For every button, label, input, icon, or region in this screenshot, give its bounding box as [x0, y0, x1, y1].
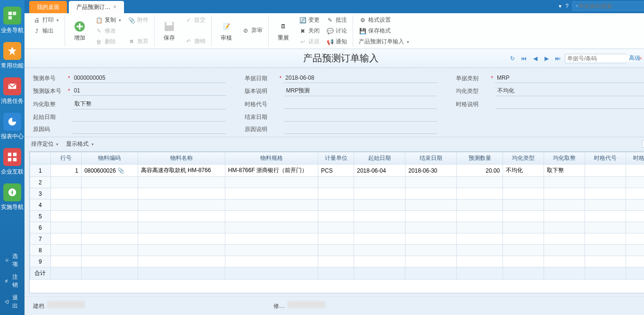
table-row[interactable]: 8 — [30, 245, 644, 256]
notify-button[interactable]: 📢通知 — [324, 37, 349, 47]
table-row[interactable]: 7 — [30, 233, 644, 245]
doc-search[interactable]: × — [565, 54, 626, 63]
copy-button[interactable]: 📋复制▾ — [93, 15, 123, 25]
sidebar-item-impl[interactable]: 实施导航 — [0, 181, 25, 216]
advanced-link[interactable]: 高级 — [629, 54, 640, 62]
col-header[interactable]: 时格代号 — [585, 152, 626, 165]
discard-button[interactable]: ✖放弃 — [126, 36, 150, 46]
svg-rect-19 — [166, 22, 173, 25]
expand-icon[interactable]: ⤢ — [642, 140, 644, 148]
submit-button[interactable]: ✓提交 — [183, 15, 207, 25]
version-desc-label: 版本说明 — [245, 87, 278, 95]
reasoncode-field[interactable] — [73, 124, 226, 134]
barcode-search-input[interactable] — [578, 3, 644, 9]
print-button[interactable]: 🖨打印▾ — [31, 15, 61, 25]
col-header[interactable]: 结束日期 — [405, 152, 457, 165]
svg-marker-3 — [8, 47, 17, 55]
audit-button[interactable]: 📝 审核 — [215, 15, 237, 47]
reasondesc-field[interactable] — [284, 124, 438, 134]
version-no-field[interactable]: 01 — [72, 86, 226, 96]
delete-button[interactable]: 🗑删除 — [93, 37, 123, 47]
chevron-down-icon[interactable]: ▾ — [559, 3, 561, 9]
export-button[interactable]: ⤴输出 — [31, 26, 61, 36]
round-field[interactable]: 取下整 — [73, 99, 226, 109]
col-header[interactable]: 起始日期 — [354, 152, 405, 165]
sidebar-exit[interactable]: 退出 — [0, 291, 25, 312]
version-desc-field[interactable]: MRP预测 — [284, 86, 438, 96]
startdate-label: 起始日期 — [33, 113, 66, 121]
refresh-icon[interactable]: ↻ — [508, 54, 517, 63]
col-header[interactable]: 物料编码 — [81, 152, 138, 165]
creator-value — [47, 301, 85, 308]
tab-desktop[interactable]: 我的桌面 — [29, 1, 67, 13]
sidebar-logout[interactable]: 注销 — [0, 271, 25, 291]
last-icon[interactable]: ⏭ — [553, 54, 562, 63]
help-icon[interactable]: ? — [565, 3, 569, 9]
sidebar-item-messages[interactable]: 消息任务 — [0, 75, 25, 110]
avg-type-field[interactable]: 不均化 — [495, 86, 644, 96]
creator-label: 建档 — [33, 303, 44, 309]
return-button[interactable]: ↩还原 — [297, 37, 322, 47]
display-format-button[interactable]: 显示格式 ▾ — [66, 140, 93, 148]
col-header[interactable]: 行号 — [50, 152, 81, 165]
sidebar-item-biznav[interactable]: 业务导航 — [0, 4, 25, 39]
annotate-button[interactable]: ✎批注 — [324, 15, 349, 25]
add-button[interactable]: 增加 — [69, 15, 91, 47]
barcode-search[interactable] — [572, 1, 644, 11]
table-row[interactable]: 9 — [30, 256, 644, 267]
reasoncode-label: 原因码 — [33, 125, 66, 133]
reshow-button[interactable]: 🗓 重展 — [272, 15, 294, 47]
undo-button[interactable]: ↶撤销 — [183, 36, 207, 46]
sidebar-options[interactable]: 选项 — [0, 250, 25, 271]
sidebar-label: 业务导航 — [0, 26, 25, 34]
svg-rect-6 — [8, 153, 11, 156]
attachment-icon[interactable]: 📎 — [117, 167, 124, 174]
doc-search-input[interactable] — [567, 55, 638, 62]
format-save-button[interactable]: 💾保存格式 — [357, 26, 411, 36]
gridcode-field[interactable] — [284, 99, 438, 109]
attach-button[interactable]: 📎附件 — [126, 15, 150, 25]
close-button[interactable]: ✖关闭 — [297, 26, 322, 36]
sidebar-item-reports[interactable]: 报表中心 — [0, 110, 25, 145]
form-header: 预测单号*0000000005 单据日期*2018-06-08 单据类别*MRP… — [25, 68, 644, 137]
first-icon[interactable]: ⏮ — [520, 54, 528, 63]
table-row[interactable]: 6 — [30, 222, 644, 233]
next-icon[interactable]: ▶ — [542, 54, 551, 63]
tab-forecast-order[interactable]: 产品预测订…× — [69, 1, 124, 13]
sort-button[interactable]: 排序定位 ▾ — [31, 140, 58, 148]
sidebar-label: 报表中心 — [0, 133, 25, 141]
order-date-field[interactable]: 2018-06-08 — [283, 74, 437, 83]
abandon-audit-button[interactable]: ⊘弃审 — [240, 25, 264, 35]
discuss-button[interactable]: 💬讨论 — [324, 26, 349, 36]
editor-value — [288, 301, 325, 308]
col-header[interactable]: 预测数量 — [457, 152, 503, 165]
col-header[interactable]: 时格 — [626, 152, 644, 165]
col-header[interactable]: 物料规格 — [225, 152, 318, 165]
edit-button[interactable]: ✎修改 — [93, 26, 123, 36]
table-row[interactable]: 110800600026 📎高容高速存取款机 HM-8766HM-8766F 浙… — [30, 165, 644, 177]
save-button[interactable]: 保存 — [158, 15, 180, 47]
startdate-field[interactable] — [73, 112, 226, 122]
col-header[interactable]: 物料名称 — [138, 152, 225, 165]
close-icon[interactable]: × — [113, 4, 116, 10]
col-header[interactable]: 计量单位 — [318, 152, 354, 165]
table-row[interactable]: 4 — [30, 199, 644, 211]
col-header[interactable]: 均化类型 — [503, 152, 544, 165]
change-button[interactable]: 🔄变更 — [297, 15, 322, 25]
data-grid[interactable]: 行号物料编码物料名称物料规格计量单位起始日期结束日期预测数量均化类型均化取整时格… — [29, 151, 644, 293]
doc-type-field[interactable]: MRP — [495, 74, 644, 83]
table-row[interactable]: 3 — [30, 188, 644, 199]
table-row[interactable]: 5 — [30, 211, 644, 222]
sidebar-label: 消息任务 — [0, 97, 25, 105]
prev-icon[interactable]: ◀ — [531, 54, 539, 63]
sidebar-item-connect[interactable]: 企业互联 — [0, 145, 25, 181]
sidebar-item-common[interactable]: 常用功能 — [0, 39, 25, 75]
format-input-dropdown[interactable]: 产品预测订单输入▾ — [357, 37, 411, 47]
order-no-field[interactable]: 0000000005 — [72, 74, 226, 83]
format-settings-button[interactable]: ⚙格式设置 — [357, 15, 411, 25]
table-row[interactable]: 2 — [30, 177, 644, 188]
enddate-field[interactable] — [284, 112, 438, 122]
griddesc-field[interactable] — [495, 99, 644, 109]
col-header[interactable]: 均化取整 — [544, 152, 585, 165]
svg-rect-0 — [8, 12, 12, 15]
